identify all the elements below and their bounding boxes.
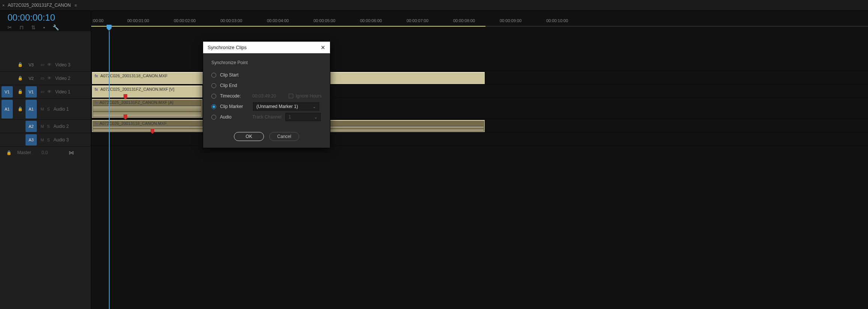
close-icon[interactable]: ✕ bbox=[321, 44, 326, 51]
solo-button[interactable]: S bbox=[47, 138, 50, 142]
source-patch-v2[interactable] bbox=[2, 73, 13, 84]
snap-icon[interactable]: ⊓ bbox=[20, 24, 24, 30]
radio-clip-marker[interactable]: Clip Marker (Unnamed Marker 1) ⌄ bbox=[211, 101, 322, 112]
track-headers: 🔒 V3 ▭👁 Video 3 🔒 V2 ▭👁 Video 2 V1 🔒 V1 … bbox=[0, 31, 91, 309]
target-patch-a2[interactable]: A2 bbox=[26, 121, 37, 132]
radio-icon[interactable] bbox=[211, 83, 216, 88]
eye-icon[interactable]: 👁 bbox=[47, 89, 51, 94]
chevron-down-icon: ⌄ bbox=[314, 115, 317, 119]
cancel-button[interactable]: Cancel bbox=[269, 132, 299, 141]
source-patch-v1[interactable]: V1 bbox=[2, 86, 13, 98]
track-channel-select: 1 ⌄ bbox=[285, 113, 321, 121]
bowtie-icon[interactable]: ⋈ bbox=[69, 150, 74, 156]
panel-menu-icon[interactable]: ≡ bbox=[75, 3, 77, 8]
track-header-a1[interactable]: A1 🔒 A1 M S Audio 1 bbox=[0, 99, 91, 120]
track-header-a2[interactable]: 🔒 A2 M S Audio 2 bbox=[0, 120, 91, 133]
target-patch-v1[interactable]: V1 bbox=[26, 86, 37, 98]
track-name-a2: Audio 2 bbox=[54, 124, 69, 129]
solo-button[interactable]: S bbox=[47, 124, 50, 129]
target-patch-v2[interactable]: V2 bbox=[26, 73, 37, 84]
time-ruler[interactable]: :00:00 00:00:01:00 00:00:02:00 00:00:03:… bbox=[91, 11, 868, 32]
toggle-output-icon[interactable]: ▭ bbox=[41, 62, 44, 67]
clip-marker-icon[interactable] bbox=[124, 114, 127, 120]
ruler-tick: 00:00:07:00 bbox=[407, 18, 428, 23]
toggle-output-icon[interactable]: ▭ bbox=[41, 89, 44, 94]
group-label: Synchronize Point bbox=[211, 60, 322, 65]
source-patch-a3[interactable] bbox=[2, 134, 13, 146]
ruler-tick: 00:00:05:00 bbox=[313, 18, 335, 23]
track-header-v1[interactable]: V1 🔒 V1 ▭👁 Video 1 bbox=[0, 85, 91, 99]
marker-icon[interactable]: ▪ bbox=[43, 24, 45, 30]
ruler-area[interactable]: :00:00 00:00:01:00 00:00:02:00 00:00:03:… bbox=[91, 11, 868, 31]
lock-icon[interactable]: 🔒 bbox=[17, 106, 23, 111]
lock-icon[interactable]: 🔒 bbox=[17, 62, 23, 67]
timeline-header-left: 00:00:00:10 ✂ ⊓ ⇅ ▪ 🔧 bbox=[0, 11, 91, 31]
fx-badge[interactable]: fx bbox=[95, 122, 98, 126]
eye-icon[interactable]: 👁 bbox=[47, 76, 51, 81]
radio-icon[interactable] bbox=[211, 104, 216, 109]
track-header-master[interactable]: 🔒 Master 0,0 ⋈ bbox=[0, 147, 91, 159]
wrench-icon[interactable]: 🔧 bbox=[53, 24, 59, 30]
ruler-tick: 00:00:04:00 bbox=[267, 18, 289, 23]
linked-selection-icon[interactable]: ⇅ bbox=[31, 24, 36, 30]
dialog-body: Synchronize Point Clip Start Clip End Ti… bbox=[203, 53, 330, 126]
mute-button[interactable]: M bbox=[41, 138, 44, 142]
master-level[interactable]: 0,0 bbox=[42, 150, 48, 155]
ok-button[interactable]: OK bbox=[234, 132, 264, 141]
fx-badge[interactable]: fx bbox=[95, 100, 98, 105]
radio-clip-start[interactable]: Clip Start bbox=[211, 70, 322, 80]
playhead-line[interactable] bbox=[109, 31, 110, 309]
lock-icon[interactable]: 🔒 bbox=[6, 150, 12, 155]
ruler-tick: 00:00:03:00 bbox=[220, 18, 242, 23]
radio-label: Clip Start bbox=[220, 72, 249, 78]
ruler-tick: 00:00:10:00 bbox=[546, 18, 568, 23]
chevron-down-icon: ⌄ bbox=[313, 105, 316, 109]
source-patch-v3[interactable] bbox=[2, 59, 13, 70]
dialog-titlebar[interactable]: Synchronize Clips ✕ bbox=[203, 42, 330, 53]
playhead-timecode[interactable]: 00:00:00:10 bbox=[8, 12, 91, 23]
sequence-tab-label[interactable]: A072C025_200131FZ_CANON bbox=[8, 3, 71, 8]
panel-tab-bar: × A072C025_200131FZ_CANON ≡ bbox=[0, 0, 868, 10]
track-name-a1: Audio 1 bbox=[54, 106, 69, 112]
ruler-tick: 00:00:06:00 bbox=[360, 18, 382, 23]
fx-badge[interactable]: fx bbox=[95, 87, 98, 92]
track-header-v2[interactable]: 🔒 V2 ▭👁 Video 2 bbox=[0, 72, 91, 85]
solo-button[interactable]: S bbox=[47, 107, 50, 111]
source-patch-a2[interactable] bbox=[2, 121, 13, 132]
fx-badge[interactable]: fx bbox=[95, 74, 98, 78]
radio-icon[interactable] bbox=[211, 115, 216, 120]
track-name-v2: Video 2 bbox=[55, 76, 70, 81]
track-name-v3: Video 3 bbox=[55, 62, 70, 68]
radio-timecode[interactable]: Timecode: 00:03:49:20 Ignore Hours bbox=[211, 91, 322, 101]
source-patch-a1[interactable]: A1 bbox=[2, 100, 13, 118]
track-header-v3[interactable]: 🔒 V3 ▭👁 Video 3 bbox=[0, 58, 91, 72]
close-panel-icon[interactable]: × bbox=[2, 3, 5, 8]
clip-label: A072C025_200131FZ_CANON.MXF [A] bbox=[99, 100, 173, 105]
eye-icon[interactable]: 👁 bbox=[47, 62, 51, 67]
marker-select[interactable]: (Unnamed Marker 1) ⌄ bbox=[253, 102, 319, 111]
radio-label: Clip End bbox=[220, 83, 249, 88]
mute-button[interactable]: M bbox=[41, 124, 44, 129]
target-patch-a1[interactable]: A1 bbox=[26, 100, 37, 118]
toggle-output-icon[interactable]: ▭ bbox=[41, 76, 44, 81]
target-patch-v3[interactable]: V3 bbox=[26, 59, 37, 70]
playhead-line[interactable] bbox=[109, 31, 109, 309]
radio-audio[interactable]: Audio Track Channel 1 ⌄ bbox=[211, 112, 322, 122]
insert-icon[interactable]: ✂ bbox=[8, 24, 12, 30]
radio-icon[interactable] bbox=[211, 73, 216, 78]
radio-clip-end[interactable]: Clip End bbox=[211, 80, 322, 91]
target-patch-a3[interactable]: A3 bbox=[26, 134, 37, 146]
select-value: 1 bbox=[289, 114, 291, 120]
lock-icon[interactable]: 🔒 bbox=[17, 89, 23, 94]
clip-label: A072C025_200131FZ_CANON.MXF [V] bbox=[100, 87, 174, 92]
radio-icon[interactable] bbox=[211, 94, 216, 99]
synchronize-clips-dialog: Synchronize Clips ✕ Synchronize Point Cl… bbox=[203, 41, 330, 148]
mute-button[interactable]: M bbox=[41, 107, 44, 111]
ruler-tick: 00:00:01:00 bbox=[127, 18, 149, 23]
radio-label: Timecode: bbox=[220, 93, 249, 99]
lock-icon[interactable]: 🔒 bbox=[17, 76, 23, 81]
select-value: (Unnamed Marker 1) bbox=[256, 104, 298, 109]
track-header-a3[interactable]: 🔒 A3 M S Audio 3 bbox=[0, 133, 91, 147]
work-area-bar[interactable] bbox=[91, 26, 485, 27]
ruler-tick: 00:00:08:00 bbox=[453, 18, 475, 23]
